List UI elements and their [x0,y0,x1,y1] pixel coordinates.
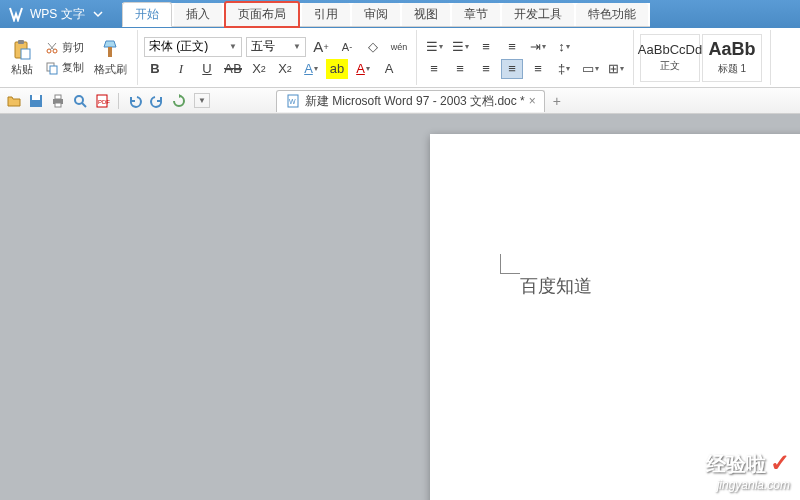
watermark-url: jingyanla.com [706,478,790,492]
tab-chapter[interactable]: 章节 [452,3,500,26]
tab-references[interactable]: 引用 [302,3,350,26]
document-tab-title: 新建 Microsoft Word 97 - 2003 文档.doc * [305,93,525,110]
font-name-select[interactable]: 宋体 (正文)▼ [144,37,242,57]
chevron-down-icon: ▼ [293,42,301,51]
scissors-icon [44,40,60,56]
style-heading1[interactable]: AaBb 标题 1 [702,34,762,82]
eraser-icon: ◇ [368,39,378,54]
shading-button[interactable]: ▭▾ [579,59,601,79]
document-tab-bar: W 新建 Microsoft Word 97 - 2003 文档.doc * ×… [276,90,569,112]
checkmark-icon: ✓ [770,449,790,476]
sort-button[interactable]: ↕▾ [553,37,575,57]
indent-inc-button[interactable]: ≡ [501,37,523,57]
text-color-button[interactable]: A▾ [352,59,374,79]
tab-view[interactable]: 视图 [402,3,450,26]
indent-dec-button[interactable]: ≡ [475,37,497,57]
svg-rect-2 [21,49,30,59]
grow-font-button[interactable]: A+ [310,37,332,57]
app-menu-dropdown-icon[interactable] [93,9,103,19]
tab-review[interactable]: 审阅 [352,3,400,26]
document-body-text[interactable]: 百度知道 [520,274,592,298]
tab-icon: ⇥ [530,39,541,54]
clear-format-button[interactable]: ◇ [362,37,384,57]
tab-insert[interactable]: 插入 [174,3,222,26]
copy-icon [44,60,60,76]
word-doc-icon: W [285,93,301,109]
distribute-button[interactable]: ≡ [527,59,549,79]
align-left-button[interactable]: ≡ [423,59,445,79]
svg-text:W: W [289,98,296,105]
svg-rect-6 [50,66,57,74]
superscript-button[interactable]: X2 [248,59,270,79]
redo-icon[interactable] [149,93,165,109]
styles-group: AaBbCcDd 正文 AaBb 标题 1 [634,30,771,85]
border-icon: ⊞ [608,61,619,76]
refresh-icon[interactable] [171,93,187,109]
separator [118,93,119,109]
bold-button[interactable]: B [144,59,166,79]
align-center-button[interactable]: ≡ [449,59,471,79]
tab-developer[interactable]: 开发工具 [502,3,574,26]
clipboard-group: 粘贴 剪切 复制 格式刷 [0,30,138,85]
bucket-icon: ▭ [582,61,594,76]
style-normal[interactable]: AaBbCcDd 正文 [640,34,700,82]
char-shading-button[interactable]: A [378,59,400,79]
phonetic-button[interactable]: wén [388,37,410,57]
shrink-font-button[interactable]: A- [336,37,358,57]
svg-rect-9 [32,95,40,100]
font-name-value: 宋体 (正文) [149,38,208,55]
style-preview: AaBb [708,39,755,60]
align-center-icon: ≡ [456,61,464,76]
line-spacing-button[interactable]: ‡▾ [553,59,575,79]
svg-rect-12 [55,103,61,107]
tab-button[interactable]: ⇥▾ [527,37,549,57]
quick-access-toolbar: PDF ▼ W 新建 Microsoft Word 97 - 2003 文档.d… [0,88,800,114]
paste-button[interactable]: 粘贴 [6,36,38,79]
chevron-down-icon: ▼ [229,42,237,51]
qat-more-icon[interactable]: ▼ [194,93,210,108]
undo-icon[interactable] [127,93,143,109]
cut-button[interactable]: 剪切 [42,39,86,57]
copy-button[interactable]: 复制 [42,59,86,77]
align-justify-button[interactable]: ≡ [501,59,523,79]
svg-rect-11 [55,95,61,99]
align-right-button[interactable]: ≡ [475,59,497,79]
strikethrough-button[interactable]: A̶B̶ [222,59,244,79]
close-tab-icon[interactable]: × [529,94,536,108]
highlight-button[interactable]: ab [326,59,348,79]
export-pdf-icon[interactable]: PDF [94,93,110,109]
print-icon[interactable] [50,93,66,109]
document-tab[interactable]: W 新建 Microsoft Word 97 - 2003 文档.doc * × [276,90,545,112]
font-color-button[interactable]: A▾ [300,59,322,79]
line-spacing-icon: ‡ [558,61,565,76]
tab-page-layout[interactable]: 页面布局 [224,1,300,28]
paste-icon [10,38,34,62]
format-painter-label: 格式刷 [94,62,127,77]
svg-point-13 [75,96,83,104]
bullets-button[interactable]: ☰▾ [423,37,445,57]
tab-special[interactable]: 特色功能 [576,3,648,26]
subscript-button[interactable]: X2 [274,59,296,79]
copy-label: 复制 [62,60,84,75]
format-painter-button[interactable]: 格式刷 [90,36,131,79]
list-number-icon: ☰ [452,39,464,54]
watermark-title: 经验啦 [706,451,766,478]
numbering-button[interactable]: ☰▾ [449,37,471,57]
paste-label: 粘贴 [11,62,33,77]
underline-button[interactable]: U [196,59,218,79]
open-icon[interactable] [6,93,22,109]
tab-start[interactable]: 开始 [122,2,172,27]
cut-label: 剪切 [62,40,84,55]
border-button[interactable]: ⊞▾ [605,59,627,79]
font-size-select[interactable]: 五号▼ [246,37,306,57]
document-page[interactable]: 百度知道 [430,134,800,500]
save-icon[interactable] [28,93,44,109]
app-logo-icon [8,6,24,22]
distribute-icon: ≡ [534,61,542,76]
italic-button[interactable]: I [170,59,192,79]
ribbon: 粘贴 剪切 复制 格式刷 宋体 (正文)▼ 五号▼ A+ A- ◇ wén B … [0,28,800,88]
add-tab-button[interactable]: + [545,93,569,109]
menu-bar: 开始 插入 页面布局 引用 审阅 视图 章节 开发工具 特色功能 [122,3,650,27]
preview-icon[interactable] [72,93,88,109]
font-size-value: 五号 [251,38,275,55]
